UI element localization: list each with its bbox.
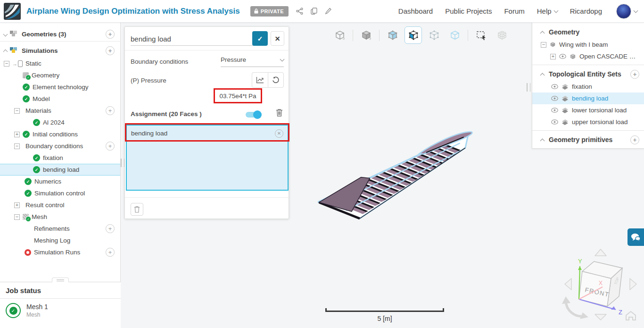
tree-item[interactable]: Simulation control +	[0, 187, 120, 199]
expander-icon[interactable]	[4, 61, 9, 67]
rotate-left-arrow[interactable]	[565, 278, 571, 290]
entity-set-item[interactable]: upper torsional load	[532, 116, 644, 128]
bc-name-input[interactable]	[131, 33, 254, 46]
add-button[interactable]: +	[106, 248, 115, 257]
box-select-button[interactable]	[472, 26, 490, 44]
tree-item[interactable]: Refinements +	[0, 223, 120, 235]
cube-icon	[570, 53, 576, 60]
tree-item[interactable]: Boundary conditions +	[0, 140, 120, 152]
tree-item[interactable]: Initial conditions +	[0, 128, 120, 140]
expander-icon[interactable]	[3, 32, 8, 37]
rotate-up-arrow[interactable]	[595, 249, 606, 256]
remove-assignment-icon[interactable]: ✕	[275, 129, 283, 138]
wireframe-view-button[interactable]	[331, 26, 348, 44]
tree-item-label: Static	[25, 60, 41, 67]
expander-icon[interactable]	[14, 108, 20, 114]
app-logo[interactable]	[4, 3, 21, 20]
nav-link[interactable]: Ricardopg	[570, 7, 602, 15]
tree-item[interactable]: Mesh +	[0, 211, 120, 223]
tree-item[interactable]: Meshing Log +	[0, 235, 120, 246]
apply-button[interactable]: ✓	[252, 31, 268, 46]
select-vertices-button[interactable]	[446, 26, 463, 44]
tree-item[interactable]: Materials +	[0, 105, 120, 117]
roll-arrows[interactable]	[566, 301, 584, 316]
tree-item[interactable]: Model +	[0, 93, 120, 105]
assignment-clear-button[interactable]	[276, 109, 283, 118]
expander-icon[interactable]	[14, 132, 20, 137]
avatar[interactable]	[616, 4, 631, 19]
right-resize-handle[interactable]	[527, 83, 530, 92]
tree-item[interactable]: Al 2024 +	[0, 117, 120, 128]
expander-icon[interactable]	[14, 143, 20, 149]
expander-icon[interactable]	[3, 50, 8, 54]
geometry-root-item[interactable]: Wing with I beam	[532, 39, 644, 50]
expander-icon[interactable]	[14, 202, 20, 208]
entity-set-item[interactable]: bending load	[532, 93, 644, 104]
geometry-primitives-header[interactable]: Geometry primitives +	[532, 133, 644, 146]
mesh-view-button[interactable]	[493, 26, 511, 44]
axis-x-label: X	[599, 280, 603, 286]
visibility-eye-icon[interactable]	[551, 108, 558, 113]
tree-item[interactable]: Geometry +	[0, 69, 120, 81]
solid-view-button[interactable]	[357, 26, 375, 44]
account-chevron-down-icon[interactable]	[634, 8, 638, 13]
entity-set-item[interactable]: fixation	[532, 81, 644, 93]
add-button[interactable]: +	[106, 46, 115, 55]
cancel-button[interactable]: ✕	[271, 31, 284, 46]
bc-type-select[interactable]: Pressure	[221, 56, 284, 67]
nav-link[interactable]: Dashboard	[398, 7, 433, 15]
add-button[interactable]: +	[106, 142, 115, 151]
nav-link[interactable]: Help	[537, 7, 558, 15]
tree-item[interactable]: Simulation Runs +	[0, 246, 120, 258]
tree-item[interactable]: Simulations +	[0, 43, 120, 58]
select-edges-button[interactable]	[425, 26, 443, 44]
select-faces-button[interactable]	[405, 26, 422, 44]
tree-item[interactable]: Element technology +	[0, 81, 120, 93]
expander-icon[interactable]	[14, 214, 20, 220]
boundary-condition-panel: ✓ ✕ Boundary conditions Pressure (P) Pre…	[124, 26, 289, 219]
view-cube[interactable]: FRONT TOP Y Z X	[555, 244, 644, 328]
delete-boundary-condition-button[interactable]	[131, 203, 143, 216]
share-icon[interactable]	[296, 8, 303, 15]
job-status-row[interactable]: ✓ Mesh 1 Mesh	[0, 299, 121, 322]
topological-sets-header[interactable]: Topological Entity Sets +	[532, 67, 644, 81]
divider	[532, 65, 644, 65]
tree-item[interactable]: Geometries (3) +	[0, 27, 120, 42]
assignment-chip[interactable]: bending load ✕	[127, 126, 288, 141]
tree-item[interactable]: bending load +	[0, 164, 120, 176]
geometry-child-item[interactable]: Open CASCADE STE...	[532, 50, 644, 62]
home-icon[interactable]	[626, 311, 636, 320]
tree-item[interactable]: fixation +	[0, 152, 120, 164]
tree-item[interactable]: Static +	[0, 58, 120, 69]
add-primitive-button[interactable]: +	[630, 135, 639, 144]
left-resize-handle[interactable]	[121, 159, 124, 167]
add-button[interactable]: +	[106, 224, 115, 233]
nav-link[interactable]: Forum	[504, 7, 524, 15]
copy-icon[interactable]	[311, 8, 317, 15]
edit-icon[interactable]	[325, 8, 331, 15]
formula-table-button[interactable]	[252, 72, 268, 88]
rotate-right-arrow[interactable]	[630, 278, 636, 290]
geometry-section-header[interactable]: Geometry	[532, 25, 644, 39]
panel-collapse-handle[interactable]	[52, 278, 69, 282]
select-volumes-button[interactable]	[384, 26, 401, 44]
reset-value-button[interactable]	[268, 72, 284, 88]
tree-item[interactable]: Result control +	[0, 199, 120, 211]
expand-icon[interactable]	[550, 54, 556, 59]
nav-link[interactable]: Public Projects	[445, 7, 492, 15]
visibility-eye-icon[interactable]	[551, 96, 558, 101]
tree-item[interactable]: Numerics +	[0, 176, 120, 187]
assignment-toggle[interactable]	[246, 112, 260, 118]
add-button[interactable]: +	[106, 30, 115, 39]
visibility-eye-icon[interactable]	[551, 119, 558, 125]
assignment-set-area[interactable]: bending load ✕	[126, 125, 289, 191]
add-set-button[interactable]: +	[630, 70, 639, 79]
visibility-eye-icon[interactable]	[551, 84, 558, 89]
visibility-eye-icon[interactable]	[559, 54, 566, 59]
collapse-icon[interactable]	[541, 42, 546, 48]
tree-item-label: Geometries (3)	[22, 31, 66, 38]
rotate-down-arrow[interactable]	[595, 314, 606, 320]
pressure-value[interactable]: 03.75e4*t Pa	[219, 93, 256, 100]
entity-set-item[interactable]: lower torsional load	[532, 104, 644, 116]
add-button[interactable]: +	[106, 106, 115, 115]
